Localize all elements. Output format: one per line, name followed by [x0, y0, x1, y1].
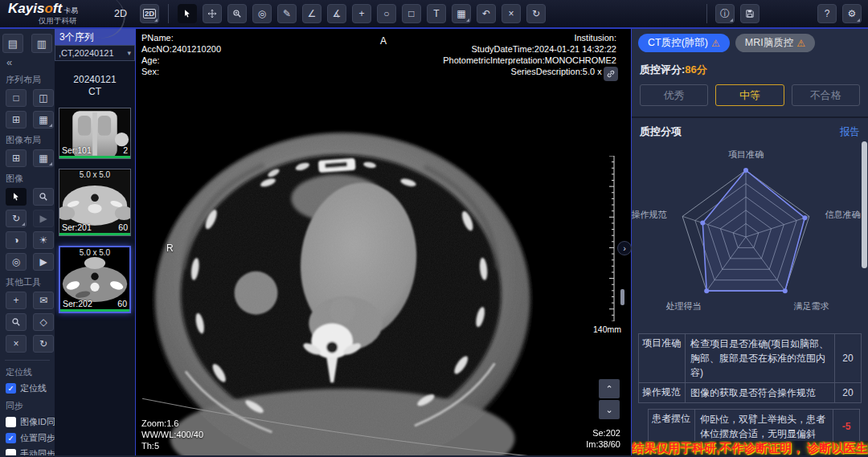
delete-annotations-icon[interactable]: × — [502, 4, 521, 23]
view-2d-icon[interactable]: 2D — [140, 4, 159, 23]
panel-expander-button[interactable]: › — [617, 241, 632, 255]
cine-window-icon[interactable]: ▦ — [452, 4, 471, 23]
grade-medium-button[interactable]: 中等 — [715, 84, 784, 106]
eraser-icon[interactable]: ◇ — [33, 313, 54, 331]
section-label: 图像 — [6, 173, 55, 185]
image-cursor-icon[interactable] — [6, 188, 27, 206]
app-window: Kayisoft卡易 仅用于科研 2D 2D◎✎∠∡+○□T▦↶×↻ ⓘ ?⚙ … — [0, 0, 868, 457]
image-play-icon[interactable]: ▶ — [33, 253, 54, 271]
link-series-button[interactable] — [604, 67, 618, 81]
tool-grid: □◫⊞▦ — [0, 89, 55, 129]
crosshair-icon[interactable]: + — [352, 4, 371, 23]
checkbox[interactable]: ✓ — [6, 383, 16, 394]
warning-icon: ⚠ — [796, 38, 805, 49]
series-layout-1x1-icon[interactable]: □ — [6, 89, 27, 107]
scroll-down-button[interactable]: ⌄ — [599, 400, 620, 419]
chevron-down-icon: ▾ — [127, 49, 131, 57]
series-panel: 3个序列 ,CT,20240121 ▾ 20240121 CT — [55, 29, 135, 455]
series-layout-grid-icon[interactable]: ▦ — [33, 111, 54, 129]
rect-roi-icon[interactable]: □ — [402, 4, 421, 23]
text-annotation-icon[interactable]: T — [427, 4, 446, 23]
series-layout-1x2-icon[interactable]: ◫ — [33, 89, 54, 107]
grade-excellent-button[interactable]: 优秀 — [640, 84, 708, 106]
sync-section-label: 同步 — [6, 400, 55, 412]
toolbar-divider — [706, 4, 707, 23]
report-panel-toggle-icon[interactable]: ▥ — [31, 34, 52, 53]
checkbox[interactable] — [6, 449, 16, 455]
qc-row: 项目准确检查项目是否准确(项目如脑部、胸部、腹部是否在标准的范围内容)20 — [638, 333, 862, 383]
series-number: Ser:202 — [63, 299, 92, 308]
sync-checkbox-row: 手动同步 — [6, 448, 55, 455]
image-layout-2x2-icon[interactable]: ⊞ — [6, 149, 27, 167]
magnify-region-icon[interactable] — [6, 313, 27, 331]
series-count-header: 3个序列 — [55, 29, 135, 45]
study-label: 20240121 CT — [55, 74, 135, 98]
qc-subsection-header: 质控分项 报告 — [632, 118, 868, 141]
save-icon[interactable] — [740, 4, 760, 23]
cursor-icon[interactable] — [178, 4, 197, 23]
checkbox[interactable]: ✓ — [6, 433, 16, 443]
measure-angle-icon[interactable]: ∠ — [302, 4, 321, 23]
window-level-icon[interactable]: ◎ — [252, 4, 272, 23]
image-brightness-icon[interactable]: ☀ — [33, 231, 54, 249]
pan-icon[interactable] — [203, 4, 222, 23]
grade-buttons: 优秀 中等 不合格 — [632, 81, 868, 116]
grade-fail-button[interactable]: 不合格 — [792, 84, 860, 106]
qc-row: 操作规范图像的获取是否符合操作规范20 — [638, 383, 862, 403]
info-icon[interactable]: ⓘ — [715, 4, 735, 23]
patient-info-overlay: PName: AccNO:2401210200 Age: Sex: — [141, 32, 221, 77]
viewer-scrollbar-thumb[interactable] — [620, 289, 624, 305]
qc-tabs: CT质控(肺部) ⚠ MRI脑质控 ⚠ — [632, 29, 868, 52]
section-divider — [5, 360, 50, 361]
sync-checkbox-row: 图像ID同步 — [6, 416, 55, 428]
image-contrast-icon[interactable]: ◑ — [6, 231, 27, 249]
comment-icon[interactable]: ✉ — [33, 292, 54, 309]
reset-icon[interactable]: ↻ — [526, 4, 546, 23]
toolbar-divider — [168, 4, 169, 23]
image-rotate-icon[interactable]: ↻ — [6, 210, 27, 227]
orientation-marker-right: R — [166, 243, 174, 254]
measure-length-icon[interactable]: ✎ — [277, 4, 297, 23]
qc-score-value: 86分 — [685, 63, 706, 75]
tab-mri-brain-qc[interactable]: MRI脑质控 ⚠ — [735, 34, 815, 52]
thumbnail-title: 5.0 x 5.0 — [60, 248, 129, 257]
system-toolbar: ?⚙ — [817, 4, 862, 23]
image-layout-grid-icon[interactable]: ▦ — [33, 149, 54, 167]
study-info-overlay: Institusion: StudyDateTime:2024-01-21 14… — [443, 32, 616, 77]
series-thumbnail-101[interactable]: Ser:1012 — [59, 108, 131, 159]
series-layout-2x2-icon[interactable]: ⊞ — [6, 111, 27, 129]
series-thumbnail-202[interactable]: 5.0 x 5.0 Ser:20260 — [59, 246, 131, 313]
ct-axial-image — [136, 29, 631, 455]
series-dropdown[interactable]: ,CT,20240121 ▾ — [55, 45, 135, 61]
image-flip-icon[interactable]: ▶ — [33, 210, 54, 227]
series-dropdown-value: ,CT,20240121 — [59, 48, 114, 58]
report-link[interactable]: 报告 — [840, 125, 860, 139]
radar-axis-label: 操作规范 — [632, 210, 666, 219]
collapse-sidebar-button[interactable]: « — [0, 53, 55, 68]
panel-scrollbar-thumb[interactable] — [862, 141, 867, 268]
checkbox-label: 定位线 — [20, 382, 47, 394]
help-icon[interactable]: ? — [817, 4, 837, 23]
section-label: 图像布局 — [6, 134, 55, 146]
qc-item-score: 20 — [835, 334, 861, 382]
cobb-angle-icon[interactable]: ∡ — [327, 4, 346, 23]
crosshair-tool-icon[interactable]: + — [6, 292, 27, 309]
checkbox[interactable] — [6, 417, 16, 427]
image-magnifier-icon[interactable] — [33, 188, 54, 206]
mode-2d-label: 2D — [114, 8, 127, 19]
reset-view-icon[interactable]: ↻ — [33, 335, 54, 353]
delete-all-icon[interactable]: × — [6, 335, 27, 353]
series-thumbnail-201[interactable]: 5.0 x 5.0 Ser:20160 — [59, 169, 131, 236]
image-invert-icon[interactable]: ◎ — [6, 253, 27, 271]
settings-icon[interactable]: ⚙ — [842, 4, 862, 23]
series-panel-toggle-icon[interactable]: ▤ — [2, 34, 23, 53]
scroll-up-button[interactable]: ⌃ — [599, 379, 620, 398]
left-toolbar: ▤▥ « 序列布局□◫⊞▦图像布局⊞▦图像↻▶◑☀◎▶其他工具+✉◇×↻ 定位线… — [0, 29, 55, 455]
ellipse-roi-icon[interactable]: ○ — [377, 4, 396, 23]
series-number: Ser:101 — [62, 145, 92, 155]
tab-ct-lung-qc[interactable]: CT质控(肺部) ⚠ — [638, 34, 730, 52]
undo-icon[interactable]: ↶ — [477, 4, 496, 23]
radar-axis-label: 项目准确 — [728, 149, 764, 159]
zoom-in-icon[interactable] — [227, 4, 247, 23]
viewport[interactable]: PName: AccNO:2401210200 Age: Sex: Instit… — [135, 29, 632, 455]
